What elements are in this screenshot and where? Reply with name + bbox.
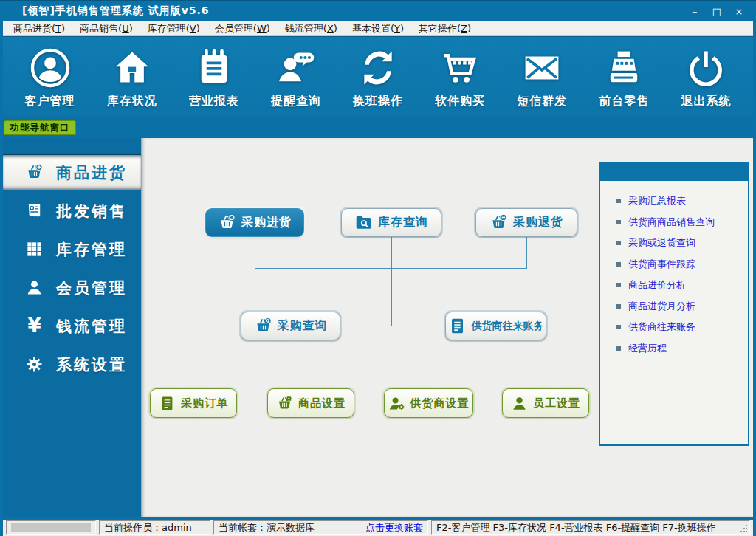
sidebar-item-members[interactable]: 会员管理 — [3, 269, 141, 306]
flow-button-goods-setup[interactable]: 商品设置 — [267, 388, 354, 418]
toolbar-exit-system[interactable]: 退出系统 — [667, 47, 744, 117]
toolbar-reminder-query[interactable]: 提醒查询 — [258, 47, 334, 117]
flow-button-purchase-return[interactable]: 采购退货 — [475, 208, 577, 237]
toolbar-label: 营业报表 — [189, 94, 239, 109]
status-panel-empty — [6, 520, 96, 535]
menu-settings[interactable]: 基本设置(Y) — [345, 21, 411, 35]
user-icon — [25, 278, 44, 297]
quick-link-label: 商品进货月分析 — [628, 300, 695, 313]
close-button[interactable]: × — [731, 4, 747, 18]
user-gear-icon — [388, 395, 405, 412]
cart-icon — [439, 47, 481, 89]
flow-button-supplier-setup[interactable]: 供货商设置 — [384, 388, 473, 418]
quick-links-list: 采购汇总报表 供货商商品销售查询 采购或退货查询 供货商事件跟踪 — [600, 181, 748, 355]
status-panel-account: 当前帐套：演示数据库 点击更换账套 — [213, 520, 428, 535]
sidebar-item-label: 批发销售 — [56, 201, 127, 221]
toolbar-label: 提醒查询 — [271, 94, 321, 109]
quick-link-business-history[interactable]: 经营历程 — [616, 342, 748, 355]
bullet-icon — [616, 346, 621, 351]
quick-link-supplier-event-tracking[interactable]: 供货商事件跟踪 — [616, 258, 748, 271]
app-window: [领智]手机销售管理系统 试用版v5.6 – □ × 商品进货(T) 商品销售(… — [0, 0, 756, 536]
toolbar-label: 软件购买 — [435, 94, 485, 109]
flow-button-employee-setup[interactable]: 员工设置 — [502, 388, 589, 418]
receipt-icon — [25, 202, 44, 220]
toolbar-shift-change[interactable]: 换班操作 — [340, 47, 416, 117]
menu-other[interactable]: 其它操作(Z) — [411, 21, 478, 35]
basket-gear-icon — [276, 395, 293, 412]
basket-plus-icon — [218, 213, 236, 232]
quick-link-label: 供货商商品销售查询 — [628, 216, 715, 229]
quick-link-label: 采购或退货查询 — [628, 236, 695, 250]
sidebar-item-label: 库存管理 — [56, 239, 127, 260]
sidebar-item-wholesale[interactable]: 批发销售 — [3, 193, 141, 229]
sidebar-item-cashflow[interactable]: ¥ 钱流管理 — [3, 308, 141, 344]
status-panel-hotkeys: F2-客户管理 F3-库存状况 F4-营业报表 F6-提醒查询 F7-换班操作 — [431, 520, 750, 535]
document-icon — [159, 395, 176, 412]
toolbar-label: 换班操作 — [353, 94, 403, 109]
menu-goods-purchase[interactable]: 商品进货(T) — [6, 21, 72, 35]
connector-line — [526, 237, 527, 269]
quick-link-supplier-goods-sales-query[interactable]: 供货商商品销售查询 — [616, 216, 748, 229]
minimize-button[interactable]: – — [687, 4, 703, 18]
menu-members[interactable]: 会员管理(W) — [207, 21, 278, 35]
flow-button-label: 库存查询 — [378, 215, 428, 230]
sidebar-item-goods-purchase[interactable]: 商品进货 — [3, 154, 141, 190]
flow-button-label: 采购进货 — [241, 215, 292, 230]
status-panel-operator: 当前操作员：admin — [99, 520, 210, 535]
resize-grip[interactable] — [740, 524, 747, 532]
flow-button-label: 采购退货 — [513, 215, 563, 230]
toolbar-business-report[interactable]: 营业报表 — [176, 47, 252, 117]
connector-line — [340, 326, 445, 326]
toolbar-customer-management[interactable]: 客户管理 — [12, 47, 89, 117]
bullet-icon — [616, 241, 621, 245]
sidebar-item-label: 钱流管理 — [56, 316, 127, 337]
quick-link-supplier-accounts[interactable]: 供货商往来账务 — [616, 320, 748, 334]
tab-function-navigation[interactable]: 功能导航窗口 — [4, 120, 76, 135]
flow-button-label: 员工设置 — [533, 396, 580, 410]
quick-link-monthly-purchase-analysis[interactable]: 商品进货月分析 — [616, 300, 748, 313]
document-icon — [448, 317, 467, 335]
folder-search-icon — [354, 213, 373, 232]
house-icon — [111, 47, 153, 89]
notepad-icon — [193, 47, 235, 89]
flow-button-purchase-order[interactable]: 采购订单 — [150, 388, 237, 418]
sidebar-item-system-settings[interactable]: 系统设置 — [3, 346, 141, 382]
switch-account-link[interactable]: 点击更换账套 — [365, 521, 423, 535]
menu-inventory[interactable]: 库存管理(V) — [140, 21, 207, 35]
basket-minus-icon — [489, 213, 508, 232]
quick-link-purchase-summary-report[interactable]: 采购汇总报表 — [616, 194, 748, 207]
bullet-icon — [616, 283, 621, 287]
sidebar-item-inventory[interactable]: 库存管理 — [3, 231, 141, 267]
menu-cashflow[interactable]: 钱流管理(X) — [278, 21, 345, 35]
flow-button-stock-query[interactable]: 库存查询 — [341, 208, 441, 237]
grid-icon — [25, 240, 44, 258]
cash-register-icon — [603, 47, 645, 89]
quick-link-purchase-or-return-query[interactable]: 采购或退货查询 — [616, 236, 748, 250]
status-progress-area — [11, 523, 91, 532]
window-title: [领智]手机销售管理系统 试用版v5.6 — [3, 4, 210, 18]
menubar: 商品进货(T) 商品销售(U) 库存管理(V) 会员管理(W) 钱流管理(X) … — [3, 21, 753, 36]
bullet-icon — [616, 325, 621, 329]
sidebar-item-label: 商品进货 — [56, 162, 127, 183]
quick-link-purchase-price-analysis[interactable]: 商品进价分析 — [616, 278, 748, 292]
flow-button-supplier-accounts[interactable]: 供货商往来账务 — [445, 312, 546, 340]
bullet-icon — [616, 304, 621, 309]
toolbar-software-purchase[interactable]: 软件购买 — [422, 47, 498, 117]
quick-links-panel-header — [600, 163, 748, 181]
toolbar-sms-broadcast[interactable]: 短信群发 — [504, 47, 580, 117]
toolbar-stock-status[interactable]: 库存状况 — [94, 47, 171, 117]
toolbar-label: 退出系统 — [681, 94, 731, 109]
status-bar: 当前操作员：admin 当前帐套：演示数据库 点击更换账套 F2-客户管理 F3… — [3, 517, 753, 536]
basket-search-icon — [254, 317, 272, 335]
menu-goods-sales[interactable]: 商品销售(U) — [72, 21, 140, 35]
quick-link-label: 经营历程 — [628, 342, 667, 355]
toolbar-front-retail[interactable]: 前台零售 — [585, 47, 662, 117]
maximize-button[interactable]: □ — [709, 4, 725, 18]
quick-link-label: 供货商往来账务 — [628, 320, 695, 334]
gear-icon — [25, 355, 44, 374]
titlebar: [领智]手机销售管理系统 试用版v5.6 – □ × — [3, 1, 753, 21]
flow-button-purchase-query[interactable]: 采购查询 — [241, 312, 340, 340]
flow-button-purchase-in[interactable]: 采购进货 — [205, 208, 304, 237]
main-area: 采购进货 库存查询 采购退货 采购查询 供货商往来账务 采 — [141, 138, 753, 517]
operator-text: 当前操作员：admin — [104, 521, 192, 535]
